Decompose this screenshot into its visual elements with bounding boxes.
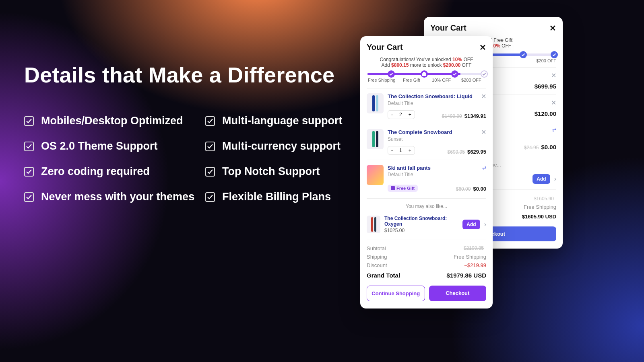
discount-value: –$219.99: [464, 262, 486, 268]
rewards-progress: [367, 73, 485, 75]
feature-item: Top Notch Support: [205, 165, 358, 178]
remove-icon[interactable]: ✕: [551, 100, 556, 106]
progress-labels: Free ShippingFree Gift10% OFF$200 OFF: [367, 78, 486, 82]
item-variant: Default Title: [388, 101, 486, 106]
check-icon: [24, 116, 34, 126]
milestone-icon: [451, 70, 458, 78]
checkout-button[interactable]: Checkout: [429, 286, 487, 301]
milestone-icon: [421, 70, 428, 78]
feature-label: OS 2.0 Theme Support: [41, 140, 158, 152]
grand-total-value: $1605.90 USD: [522, 214, 556, 220]
close-icon[interactable]: ✕: [479, 43, 486, 51]
chevron-right-icon[interactable]: ›: [484, 221, 486, 228]
swap-icon[interactable]: ⇄: [482, 165, 486, 171]
feature-item: Flexible Billing Plans: [205, 191, 358, 203]
page-headline: Details that Make a Difference: [24, 62, 334, 87]
free-gift-badge: Free Gift: [388, 185, 418, 192]
close-icon[interactable]: ✕: [549, 24, 556, 32]
qty-minus[interactable]: -: [388, 146, 396, 154]
item-price: $1499.90$1349.91: [442, 113, 486, 119]
promo-text: Add $800.15 more to unlock $200.00 OFF: [367, 62, 486, 68]
check-icon: [205, 192, 215, 202]
milestone-icon: [481, 70, 488, 78]
upsell-heading: You may also like...: [367, 198, 486, 212]
subtotal-label: Subtotal: [367, 245, 386, 251]
feature-item: Mobiles/Desktop Optimized: [24, 115, 205, 127]
cart-item: Ski anti fall pants⇄ Default Title Free …: [367, 160, 486, 197]
item-title: The Complete Snowboard: [388, 129, 452, 135]
feature-label: Top Notch Support: [222, 165, 320, 178]
feature-label: Flexible Billing Plans: [222, 191, 331, 203]
qty-value: 1: [396, 146, 405, 154]
remove-icon[interactable]: ✕: [551, 72, 556, 79]
check-icon: [24, 192, 34, 202]
add-button[interactable]: Add: [533, 174, 550, 184]
qty-minus[interactable]: -: [388, 111, 396, 119]
add-button[interactable]: Add: [462, 220, 480, 229]
svg-rect-0: [422, 73, 426, 76]
qty-value: 2: [396, 111, 405, 119]
quantity-stepper[interactable]: -2+: [388, 110, 415, 119]
check-icon: [24, 142, 34, 151]
item-price: $24.95$0.00: [524, 144, 556, 150]
feature-item: OS 2.0 Theme Support: [24, 140, 205, 152]
product-thumb: [367, 129, 384, 149]
grand-total-value: $1979.86 USD: [447, 272, 486, 279]
milestone-icon: [520, 51, 527, 58]
milestone-icon: [388, 70, 395, 78]
upsell-item: The Collection Snowboard: Oxygen $1025.0…: [367, 212, 486, 239]
cart-totals: Subtotal$2199.85 ShippingFree Shipping D…: [367, 239, 486, 280]
cart-drawer-front: Your Cart ✕ Congratulations! You've unlo…: [360, 36, 493, 309]
check-icon: [205, 167, 215, 177]
item-price: $699.95$629.95: [448, 149, 486, 155]
item-variant: Default Title: [388, 172, 486, 177]
swap-icon[interactable]: ⇄: [552, 127, 556, 133]
chevron-right-icon[interactable]: ›: [554, 175, 556, 183]
qty-plus[interactable]: +: [405, 111, 415, 119]
feature-list: Mobiles/Desktop Optimized Multi-language…: [24, 115, 358, 203]
item-variant: Sunset: [388, 136, 486, 142]
shipping-value: Free Shipping: [524, 204, 556, 210]
grand-total-label: Grand Total: [367, 272, 400, 279]
discount-label: Discount: [367, 262, 387, 268]
milestone-icon: [551, 51, 558, 58]
remove-icon[interactable]: ✕: [481, 129, 486, 136]
item-price: $699.95: [535, 83, 556, 90]
item-price: $60.00$0.00: [456, 186, 486, 192]
feature-label: Multi-language support: [222, 115, 342, 127]
feature-label: Zero coding required: [41, 165, 150, 178]
quantity-stepper[interactable]: -1+: [388, 146, 415, 155]
check-icon: [24, 167, 34, 177]
shipping-label: Shipping: [367, 254, 387, 260]
product-thumb: [367, 216, 380, 233]
svg-rect-1: [423, 72, 425, 74]
cart-item: The Collection Snowboard: Liquid✕ Defaul…: [367, 88, 486, 124]
feature-item: Multi-currency support: [205, 140, 358, 152]
feature-item: Multi-language support: [205, 115, 358, 127]
item-title: Ski anti fall pants: [388, 165, 431, 171]
feature-item: Never mess with your themes: [24, 191, 205, 203]
cart-title: Your Cart: [430, 23, 466, 33]
item-title: The Collection Snowboard: Liquid: [388, 93, 473, 99]
feature-item: Zero coding required: [24, 165, 205, 178]
feature-label: Multi-currency support: [222, 140, 341, 152]
item-price: $120.00: [535, 110, 556, 117]
promo-text: Congratulations! You've unlocked 10% OFF: [367, 57, 486, 62]
shipping-value: Free Shipping: [454, 254, 486, 260]
check-icon: [205, 116, 215, 126]
feature-label: Never mess with your themes: [41, 191, 194, 203]
qty-plus[interactable]: +: [405, 146, 415, 154]
product-thumb: [367, 93, 384, 113]
upsell-title: The Collection Snowboard: Oxygen: [384, 216, 458, 227]
upsell-price: $1025.00: [384, 228, 458, 233]
cart-title: Your Cart: [367, 43, 403, 52]
feature-label: Mobiles/Desktop Optimized: [41, 115, 183, 127]
check-icon: [205, 142, 215, 151]
subtotal-value: $2199.85: [464, 245, 484, 251]
cart-item: The Complete Snowboard✕ Sunset -1+ $699.…: [367, 124, 486, 160]
product-thumb: [367, 165, 384, 185]
remove-icon[interactable]: ✕: [481, 93, 486, 100]
continue-shopping-button[interactable]: Continue Shopping: [367, 286, 425, 301]
subtotal-value: $1605.90: [534, 196, 554, 202]
